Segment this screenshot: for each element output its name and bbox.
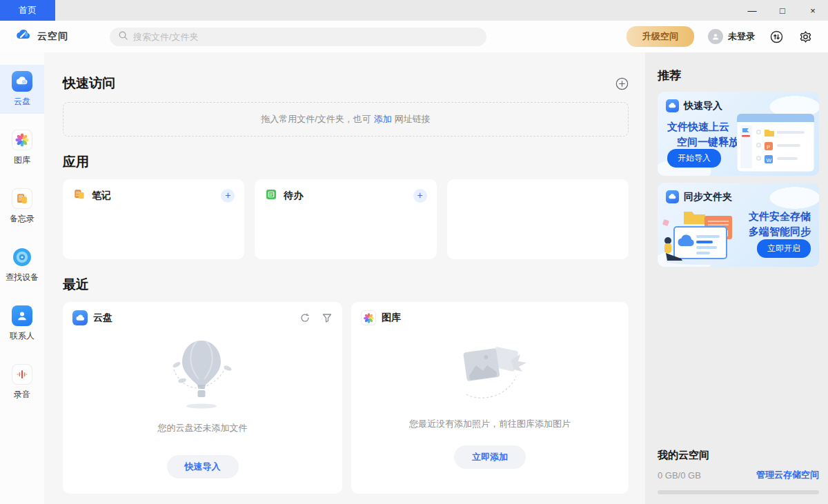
app-card-notes: 笔记 +	[63, 179, 244, 259]
recent-card-title: 图库	[382, 312, 401, 324]
sidebar-label: 图库	[14, 154, 30, 166]
apps-section-title: 应用	[63, 153, 629, 171]
search-icon	[118, 30, 128, 43]
promo-card-sync-folder: 同步文件夹 文件安全存储	[658, 183, 819, 267]
cloud-drive-icon	[12, 71, 32, 92]
storage-title: 我的云空间	[658, 449, 819, 462]
window-controls: — □ ×	[737, 0, 828, 21]
cloud-icon	[666, 190, 679, 203]
storage-usage: 0 GB/0 GB	[658, 470, 701, 481]
quick-import-button[interactable]: 快速导入	[167, 455, 239, 478]
main-content: 快速访问 拖入常用文件/文件夹，也可 添加 网址链接 应用 笔记 +	[44, 52, 645, 504]
gallery-flower-icon	[361, 310, 376, 325]
app-name: 云空间	[37, 30, 68, 43]
sidebar-item-cloud-drive[interactable]: 云盘	[0, 65, 44, 114]
recent-drive-card: 云盘	[63, 302, 342, 494]
filter-icon[interactable]	[322, 312, 333, 323]
app-card-label: 笔记	[92, 190, 111, 202]
dropzone-text: 拖入常用文件/文件夹，也可	[261, 113, 371, 125]
manage-storage-link[interactable]: 管理云存储空间	[756, 469, 819, 481]
recent-gallery-card: 图库 您最近没有添加照片，前往图库添加图片 立即添加	[351, 302, 629, 494]
add-url-link[interactable]: 添加	[374, 113, 392, 125]
gallery-empty-text: 您最近没有添加照片，前往图库添加图片	[409, 418, 571, 430]
sidebar: 云盘 图库	[0, 52, 44, 504]
start-import-button[interactable]: 开始导入	[667, 149, 721, 168]
quick-access-title: 快速访问	[63, 74, 115, 92]
storage-summary: 我的云空间 0 GB/0 GB 管理云存储空间	[658, 449, 819, 494]
promo-tagline: 文件快速上云	[667, 119, 739, 134]
maximize-button[interactable]: □	[767, 0, 798, 21]
search-input[interactable]	[133, 32, 478, 42]
gallery-flower-icon	[12, 130, 32, 150]
drive-empty-text: 您的云盘还未添加文件	[158, 422, 248, 434]
quick-access-dropzone[interactable]: 拖入常用文件/文件夹，也可 添加 网址链接	[63, 102, 629, 137]
cloud-drive-icon	[72, 310, 88, 325]
sidebar-item-recorder[interactable]: 录音	[0, 358, 44, 407]
tab-home[interactable]: 首页	[0, 0, 55, 21]
user-account[interactable]: 未登录	[708, 29, 755, 44]
photos-empty-illustration	[442, 341, 538, 410]
add-note-button[interactable]: +	[221, 189, 235, 203]
enable-now-button[interactable]: 立即开启	[757, 239, 811, 258]
app-card-empty	[447, 179, 629, 259]
sidebar-label: 联系人	[10, 330, 34, 342]
storage-progress-bar	[658, 490, 819, 494]
dropzone-text: 网址链接	[395, 113, 431, 125]
promo-title: 同步文件夹	[684, 191, 732, 203]
sidebar-item-find-device[interactable]: 查找设备	[0, 241, 44, 290]
avatar	[708, 29, 723, 44]
transfer-list-icon[interactable]	[769, 29, 784, 44]
recommend-title: 推荐	[658, 68, 819, 83]
todo-icon	[264, 188, 278, 204]
app-logo: 云空间	[15, 27, 68, 46]
app-card-label: 待办	[284, 190, 303, 202]
recommend-panel: 推荐 快速导入 文件快速上云 空间一键释放	[645, 52, 828, 504]
titlebar: 首页 — □ ×	[0, 0, 828, 21]
add-now-button[interactable]: 立即添加	[454, 445, 526, 469]
cloud-logo-icon	[15, 27, 32, 46]
memo-icon	[12, 188, 32, 209]
svg-text:W: W	[767, 157, 772, 163]
contacts-icon	[12, 305, 32, 326]
upgrade-space-button[interactable]: 升级空间	[627, 26, 694, 47]
app-header: 云空间 升级空间 未登录	[0, 21, 828, 52]
file-browser-illustration: P W	[737, 114, 814, 176]
header-actions: 升级空间 未登录	[627, 26, 813, 47]
add-todo-button[interactable]: +	[413, 189, 427, 203]
sidebar-label: 云盘	[14, 96, 30, 108]
promo-tagline: 文件安全存储	[749, 209, 811, 224]
notes-icon	[72, 188, 86, 204]
sidebar-label: 备忘录	[10, 213, 34, 225]
balloon-empty-illustration	[161, 335, 244, 414]
recent-card-title: 云盘	[93, 312, 112, 324]
settings-gear-icon[interactable]	[798, 29, 813, 44]
minimize-button[interactable]: —	[737, 0, 767, 21]
promo-title: 快速导入	[684, 100, 722, 112]
sidebar-item-contacts[interactable]: 联系人	[0, 299, 44, 348]
promo-tagline: 多端智能同步	[749, 224, 811, 239]
refresh-icon[interactable]	[299, 312, 310, 323]
cloud-icon	[666, 99, 679, 112]
add-quick-access-icon[interactable]	[615, 77, 629, 90]
svg-text:P: P	[767, 144, 770, 150]
promo-card-quick-import: 快速导入 文件快速上云 空间一键释放	[658, 92, 819, 176]
sidebar-label: 录音	[14, 389, 30, 401]
app-card-todo: 待办 +	[255, 179, 436, 259]
sync-folder-illustration	[660, 203, 743, 267]
sidebar-label: 查找设备	[6, 272, 39, 283]
recent-section-title: 最近	[63, 276, 629, 294]
find-device-icon	[12, 247, 32, 268]
sidebar-item-memo[interactable]: 备忘录	[0, 182, 44, 231]
close-button[interactable]: ×	[798, 0, 828, 21]
login-status: 未登录	[728, 30, 755, 43]
recorder-icon	[12, 364, 32, 385]
search-bar[interactable]	[110, 28, 486, 46]
promo-tagline: 空间一键释放	[677, 134, 739, 150]
sidebar-item-gallery[interactable]: 图库	[0, 123, 44, 172]
